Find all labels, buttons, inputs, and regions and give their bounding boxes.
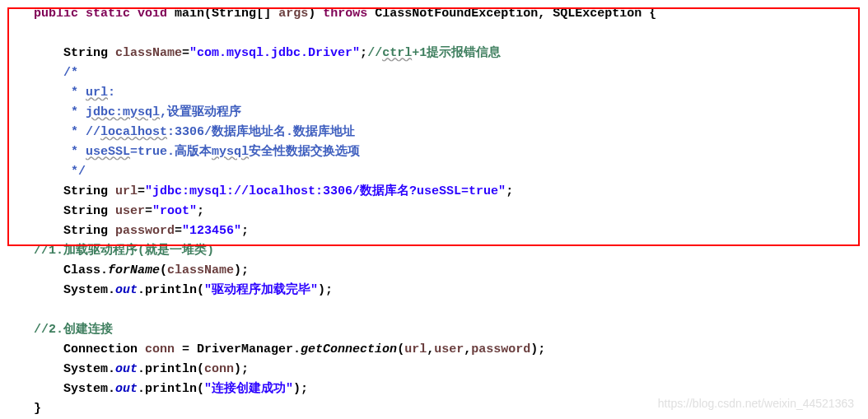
comment-star: * // <box>71 125 100 139</box>
comment-text: ,设置驱动程序 <box>160 105 241 119</box>
paren-semi: ); <box>293 382 308 396</box>
comment-suffix: +1提示报错信息 <box>412 46 501 60</box>
var-user: user <box>434 342 464 356</box>
equals: = <box>145 204 152 218</box>
class-text: Class. <box>63 263 108 277</box>
keyword-throws: throws <box>323 7 367 21</box>
equals: = <box>182 46 189 60</box>
paren-semi: ); <box>530 342 545 356</box>
out-field: out <box>115 362 138 376</box>
indent <box>4 263 63 277</box>
keyword-static: static <box>86 7 130 21</box>
indent <box>4 204 63 218</box>
paren: ( <box>160 263 167 277</box>
paren-semi: ); <box>318 283 333 297</box>
comment-star: * <box>71 145 86 159</box>
system-text: System. <box>63 382 115 396</box>
indent <box>4 323 34 337</box>
equals-text: = DriverManager. <box>175 342 301 356</box>
method-name: main(String[] <box>175 7 278 21</box>
comma: , <box>427 342 434 356</box>
comment-localhost: localhost <box>100 125 167 139</box>
indent <box>4 145 71 159</box>
type-string: String <box>63 46 115 60</box>
indent <box>4 402 34 416</box>
type-string: String <box>63 184 115 198</box>
comment-line: //1.加载驱动程序(就是一堆类) <box>34 244 214 258</box>
keyword-void: void <box>138 7 167 21</box>
println: .println( <box>138 362 204 376</box>
indent <box>4 362 63 376</box>
indent <box>4 244 34 258</box>
code-container: public static void main(String[] args) t… <box>4 4 864 419</box>
string-literal: "123456" <box>182 224 241 238</box>
method-forname: forName <box>108 263 160 277</box>
string-literal: "root" <box>152 204 197 218</box>
comment-eq-true: =true.高版本 <box>130 145 212 159</box>
var-conn: conn <box>204 362 234 376</box>
comment-url: url <box>86 86 108 100</box>
paren: ( <box>397 342 404 356</box>
type-string: String <box>63 204 115 218</box>
var-password: password <box>471 342 530 356</box>
equals: = <box>175 224 182 238</box>
close-paren: ) <box>308 7 323 21</box>
keyword-public: public <box>34 7 78 21</box>
comment-text: 安全性数据交换选项 <box>249 145 360 159</box>
comment-text: :3306/数据库地址名.数据库地址 <box>167 125 355 139</box>
system-text: System. <box>63 283 115 297</box>
out-field: out <box>115 382 138 396</box>
comment-star: * <box>71 105 86 119</box>
indent <box>4 105 71 119</box>
semicolon: ; <box>197 204 204 218</box>
indent <box>4 165 71 179</box>
var-url: url <box>115 184 138 198</box>
var-classname: className <box>167 263 234 277</box>
comment-usessl: useSSL <box>86 145 130 159</box>
comment-block-close: */ <box>71 165 86 179</box>
comment-star: * <box>71 86 86 100</box>
var-classname: className <box>115 46 182 60</box>
comment-ctrl: ctrl <box>382 46 412 60</box>
system-text: System. <box>63 362 115 376</box>
comment-prefix: // <box>367 46 382 60</box>
indent <box>4 125 71 139</box>
var-user: user <box>115 204 145 218</box>
indent <box>4 66 63 80</box>
string-literal: "连接创建成功" <box>204 382 293 396</box>
indent <box>4 184 63 198</box>
indent <box>4 46 63 60</box>
semicolon: ; <box>241 224 249 238</box>
comment-colon: : <box>108 86 115 100</box>
println: .println( <box>138 382 204 396</box>
indent <box>4 342 63 356</box>
type-string: String <box>63 224 115 238</box>
semicolon: ; <box>506 184 513 198</box>
paren-semi: ); <box>234 362 249 376</box>
indent <box>4 86 71 100</box>
param-args: args <box>278 7 308 21</box>
comment-line: //2.创建连接 <box>34 323 113 337</box>
close-brace: } <box>34 402 41 416</box>
comma: , <box>464 342 471 356</box>
comment-mysql: mysql <box>212 145 249 159</box>
equals: = <box>138 184 145 198</box>
exceptions: ClassNotFoundException, SQLException { <box>367 7 656 21</box>
var-url: url <box>404 342 427 356</box>
indent <box>4 283 63 297</box>
indent <box>4 224 63 238</box>
connection-text: Connection <box>63 342 145 356</box>
string-literal: "jdbc:mysql://localhost:3306/数据库名?useSSL… <box>145 184 506 198</box>
var-conn: conn <box>145 342 175 356</box>
method-getconnection: getConnection <box>301 342 397 356</box>
string-literal: "com.mysql.jdbc.Driver" <box>189 46 360 60</box>
comment-jdbc: jdbc:mysql <box>86 105 160 119</box>
comment-block-open: /* <box>63 66 78 80</box>
println: .println( <box>138 283 204 297</box>
watermark-text: https://blog.csdn.net/weixin_44521363 <box>658 394 854 412</box>
code-block: public static void main(String[] args) t… <box>4 4 864 419</box>
semicolon: ; <box>360 46 367 60</box>
paren-semi: ); <box>234 263 249 277</box>
var-password: password <box>115 224 175 238</box>
indent <box>4 382 63 396</box>
